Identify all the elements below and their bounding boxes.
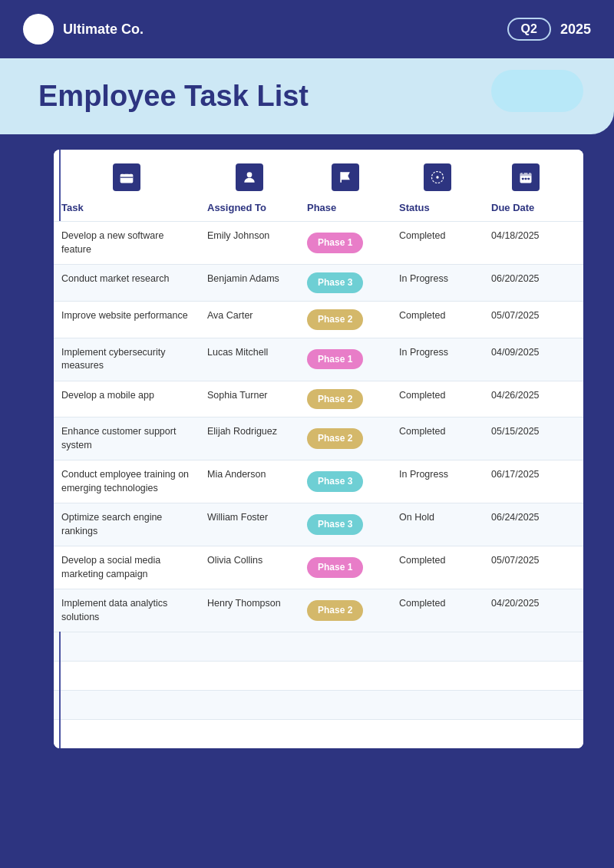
- calendar-icon: [512, 163, 540, 191]
- th-status: Status: [391, 197, 484, 221]
- task-cell: Develop a social media marketing campaig…: [54, 546, 200, 589]
- phase-badge: Phase 2: [307, 389, 363, 410]
- duedate-cell: 04/09/2025: [484, 338, 568, 381]
- assigned-cell: Olivia Collins: [200, 546, 299, 589]
- assigned-icon-cell: [200, 157, 299, 197]
- status-cell: Completed: [391, 302, 484, 338]
- duedate-cell: 04/20/2025: [484, 589, 568, 632]
- duedate-cell: 05/15/2025: [484, 417, 568, 460]
- title-section: Employee Task List: [0, 58, 614, 134]
- phase-badge: Phase 2: [307, 428, 363, 449]
- table-row: 8Optimize search engine rankingsWilliam …: [54, 503, 583, 546]
- assigned-cell: William Foster: [200, 503, 299, 546]
- status-cell: Completed: [391, 417, 484, 460]
- status-cell: In Progress: [391, 265, 484, 301]
- header-right: Q2 2025: [507, 18, 591, 41]
- phase-badge: Phase 1: [307, 233, 363, 253]
- status-cell: Completed: [391, 222, 484, 264]
- assigned-cell: Elijah Rodriguez: [200, 417, 299, 460]
- table-body: 1Develop a new software featureEmily Joh…: [54, 221, 583, 632]
- assigned-cell: Ava Carter: [200, 302, 299, 338]
- table-row: 2Conduct market researchBenjamin AdamsPh…: [54, 264, 583, 301]
- phase-badge: Phase 3: [307, 471, 363, 492]
- svg-point-5: [436, 176, 438, 178]
- phase-cell: Phase 3: [299, 460, 391, 503]
- main-content: Task Assigned To Phase Status Due Date 1…: [0, 134, 614, 771]
- phase-badge: Phase 3: [307, 272, 363, 293]
- duedate-cell: 04/18/2025: [484, 222, 568, 264]
- table-row: 1Develop a new software featureEmily Joh…: [54, 221, 583, 264]
- phase-cell: Phase 1: [299, 222, 391, 264]
- status-cell: On Hold: [391, 503, 484, 546]
- page-title: Employee Task List: [38, 80, 576, 113]
- assigned-cell: Emily Johnson: [200, 222, 299, 264]
- briefcase-icon: [113, 163, 140, 191]
- table-row: 4Implement cybersecurity measuresLucas M…: [54, 338, 583, 381]
- duedate-cell: 06/24/2025: [484, 503, 568, 546]
- phase-cell: Phase 2: [299, 302, 391, 338]
- duedate-cell: 04/26/2025: [484, 381, 568, 417]
- task-cell: Improve website performance: [54, 302, 200, 338]
- table-row: 7Conduct employee training on emerging t…: [54, 460, 583, 503]
- header: Ultimate Co. Q2 2025: [0, 0, 614, 58]
- phase-cell: Phase 2: [299, 417, 391, 460]
- column-icons-row: [54, 150, 583, 197]
- table-row: 5Develop a mobile appSophia TurnerPhase …: [54, 381, 583, 417]
- logo-area: Ultimate Co.: [23, 14, 144, 45]
- empty-row-3: [54, 690, 583, 719]
- logo-icon: [23, 14, 54, 45]
- phase-badge: Phase 1: [307, 349, 363, 370]
- empty-row-2: [54, 661, 583, 690]
- assigned-cell: Benjamin Adams: [200, 265, 299, 301]
- assigned-cell: Mia Anderson: [200, 460, 299, 503]
- task-cell: Implement cybersecurity measures: [54, 338, 200, 381]
- th-duedate: Due Date: [484, 197, 568, 221]
- status-cell: Completed: [391, 381, 484, 417]
- phase-badge: Phase 2: [307, 600, 363, 621]
- phase-icon-cell: [299, 157, 391, 197]
- empty-row-4: [54, 719, 583, 748]
- task-cell: Develop a mobile app: [54, 381, 200, 417]
- status-cell: In Progress: [391, 460, 484, 503]
- phase-badge: Phase 2: [307, 309, 363, 330]
- quarter-badge: Q2: [507, 18, 551, 41]
- phase-cell: Phase 1: [299, 338, 391, 381]
- task-cell: Implement data analytics solutions: [54, 589, 200, 632]
- svg-rect-12: [528, 178, 530, 180]
- phase-cell: Phase 2: [299, 589, 391, 632]
- person-icon: [236, 163, 263, 191]
- svg-rect-7: [520, 173, 532, 176]
- status-icon-cell: [391, 157, 484, 197]
- task-cell: Optimize search engine rankings: [54, 503, 200, 546]
- phase-badge: Phase 1: [307, 557, 363, 578]
- company-name: Ultimate Co.: [63, 21, 144, 38]
- svg-rect-0: [120, 174, 134, 183]
- status-cell: Completed: [391, 589, 484, 632]
- phase-cell: Phase 3: [299, 503, 391, 546]
- duedate-cell: 05/07/2025: [484, 302, 568, 338]
- task-icon-cell: [54, 157, 200, 197]
- task-cell: Develop a new software feature: [54, 222, 200, 264]
- task-cell: Enhance customer support system: [54, 417, 200, 460]
- th-phase: Phase: [299, 197, 391, 221]
- svg-rect-11: [525, 178, 527, 180]
- th-task: Task: [54, 197, 200, 221]
- table-row: 9Develop a social media marketing campai…: [54, 546, 583, 589]
- phase-badge: Phase 3: [307, 514, 363, 535]
- empty-row-1: [54, 632, 583, 661]
- assigned-cell: Sophia Turner: [200, 381, 299, 417]
- flag-icon: [332, 163, 359, 191]
- table-row: 10Implement data analytics solutionsHenr…: [54, 589, 583, 632]
- phase-cell: Phase 3: [299, 265, 391, 301]
- assigned-cell: Henry Thompson: [200, 589, 299, 632]
- th-assigned: Assigned To: [200, 197, 299, 221]
- task-cell: Conduct market research: [54, 265, 200, 301]
- year-text: 2025: [560, 21, 591, 38]
- duedate-cell: 06/17/2025: [484, 460, 568, 503]
- task-table: Task Assigned To Phase Status Due Date 1…: [54, 150, 583, 748]
- dots-icon: [424, 163, 451, 191]
- assigned-cell: Lucas Mitchell: [200, 338, 299, 381]
- phase-cell: Phase 1: [299, 546, 391, 589]
- status-cell: Completed: [391, 546, 484, 589]
- phase-cell: Phase 2: [299, 381, 391, 417]
